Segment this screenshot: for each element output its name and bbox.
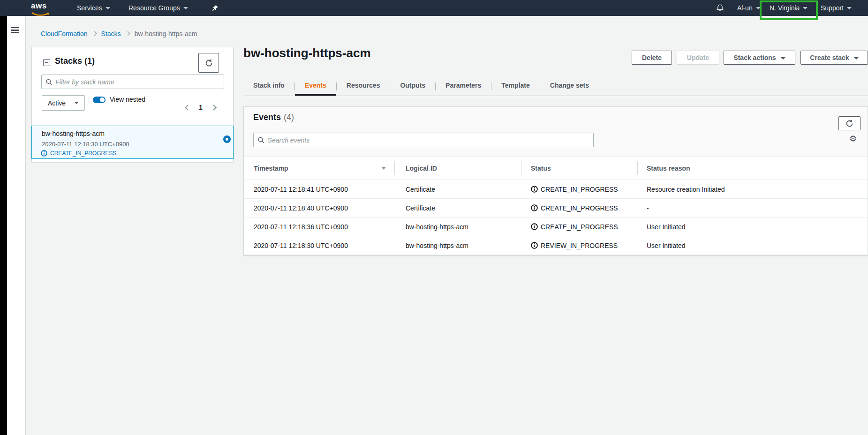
- tab-outputs[interactable]: Outputs: [390, 77, 435, 96]
- events-panel: Events(4) ⚙ Timestamp Logical ID: [243, 106, 868, 255]
- chevron-down-icon: [183, 7, 188, 9]
- search-icon: [258, 137, 264, 143]
- stacks-pagination: 1: [186, 104, 216, 111]
- pagination-previous-icon[interactable]: [185, 105, 191, 111]
- column-divider: [394, 161, 395, 175]
- left-dark-rail: [0, 16, 7, 435]
- menu-hamburger-icon[interactable]: [11, 27, 19, 33]
- refresh-icon: [845, 120, 853, 128]
- breadcrumb-cloudformation[interactable]: CloudFormation: [41, 30, 88, 38]
- account-menu[interactable]: Al-un: [737, 0, 761, 16]
- tab-label: Outputs: [400, 82, 425, 89]
- stack-status-filter-select[interactable]: Active: [42, 95, 85, 111]
- event-status-text: CREATE_IN_PROGRESS: [541, 223, 618, 231]
- update-button[interactable]: Update: [677, 51, 719, 65]
- tab-resources[interactable]: Resources: [337, 77, 390, 96]
- event-status-reason: Resource creation Initiated: [647, 186, 725, 193]
- stack-status-badge: CREATE_IN_PROGRESS: [41, 150, 116, 157]
- events-refresh-button[interactable]: [838, 116, 860, 130]
- pin-icon: [211, 4, 219, 12]
- event-timestamp: 2020-07-11 12:18:40 UTC+0900: [254, 204, 348, 212]
- chevron-right-icon: [92, 31, 97, 36]
- tab-change-sets[interactable]: Change sets: [540, 77, 599, 96]
- events-count: (4): [284, 112, 294, 122]
- delete-button[interactable]: Delete: [632, 51, 672, 65]
- info-icon: [41, 150, 47, 157]
- stack-filter-input[interactable]: [55, 78, 219, 86]
- stacks-panel-title: Stacks (1): [55, 56, 95, 66]
- notifications-bell[interactable]: [716, 0, 724, 16]
- event-status: REVIEW_IN_PROGRESS: [531, 242, 618, 249]
- cloudformation-console: aws Services Resource Groups Al: [0, 0, 868, 435]
- region-selector[interactable]: N. Virginia: [770, 0, 808, 16]
- info-icon: [531, 242, 538, 249]
- stacks-refresh-button[interactable]: [198, 53, 219, 73]
- event-status: CREATE_IN_PROGRESS: [531, 186, 618, 193]
- event-status: CREATE_IN_PROGRESS: [531, 204, 618, 212]
- stack-filter-box: [41, 75, 224, 89]
- events-title-text: Events: [253, 112, 281, 122]
- pagination-next-icon[interactable]: [211, 105, 217, 111]
- chevron-down-icon: [847, 7, 852, 9]
- column-divider: [521, 161, 521, 175]
- tab-label: Resources: [347, 82, 380, 89]
- nav-resource-groups[interactable]: Resource Groups: [128, 0, 188, 16]
- bell-icon: [716, 4, 724, 12]
- tab-events[interactable]: Events: [295, 77, 336, 96]
- tab-stack-info[interactable]: Stack info: [243, 77, 294, 96]
- pagination-current-page[interactable]: 1: [199, 104, 203, 111]
- column-header-status[interactable]: Status: [531, 165, 551, 172]
- stacks-count: (1): [84, 56, 95, 66]
- pin-shortcut[interactable]: [211, 0, 219, 16]
- chevron-right-icon: [125, 31, 130, 36]
- column-header-logical-id[interactable]: Logical ID: [406, 165, 437, 172]
- aws-logo[interactable]: aws: [31, 2, 52, 14]
- delete-button-label: Delete: [642, 54, 662, 61]
- region-name: N. Virginia: [770, 4, 800, 12]
- breadcrumb-stacks[interactable]: Stacks: [101, 30, 121, 38]
- sort-descending-icon[interactable]: [381, 167, 386, 170]
- tab-template[interactable]: Template: [491, 77, 539, 96]
- column-header-timestamp[interactable]: Timestamp: [254, 165, 288, 172]
- stack-selected-radio[interactable]: [223, 135, 231, 143]
- support-menu[interactable]: Support: [821, 0, 852, 16]
- table-row: 2020-07-11 12:18:41 UTC+0900 Certificate…: [244, 180, 868, 199]
- event-status: CREATE_IN_PROGRESS: [531, 223, 618, 231]
- event-status-reason: User Initiated: [647, 242, 685, 249]
- event-status-text: CREATE_IN_PROGRESS: [541, 204, 618, 212]
- stack-list-item[interactable]: bw-hosting-https-acm 2020-07-11 12:18:30…: [31, 126, 234, 159]
- search-icon: [46, 79, 52, 85]
- view-nested-toggle[interactable]: [93, 97, 106, 103]
- stack-actions-button[interactable]: Stack actions: [724, 51, 795, 65]
- events-title: Events(4): [253, 112, 294, 122]
- events-table-header: Timestamp Logical ID Status Status reaso…: [244, 157, 868, 180]
- nav-resource-groups-label: Resource Groups: [128, 4, 180, 12]
- stack-detail-tabs: Stack info Events Resources Outputs Para…: [243, 77, 868, 96]
- table-settings-gear-icon[interactable]: ⚙: [849, 134, 859, 143]
- update-button-label: Update: [687, 54, 709, 61]
- events-panel-header: Events(4) ⚙: [244, 107, 868, 157]
- table-row: 2020-07-11 12:18:30 UTC+0900 bw-hosting-…: [244, 236, 868, 255]
- top-navigation-bar: aws Services Resource Groups Al: [0, 0, 868, 16]
- aws-smile-icon: [31, 12, 50, 16]
- refresh-icon: [205, 59, 213, 67]
- column-header-status-reason[interactable]: Status reason: [647, 165, 690, 172]
- create-stack-button[interactable]: Create stack: [800, 51, 868, 65]
- stack-status-filter-value: Active: [48, 99, 66, 107]
- events-search-input[interactable]: [268, 136, 589, 144]
- support-label: Support: [821, 4, 844, 12]
- tab-label: Change sets: [550, 82, 589, 89]
- tab-parameters[interactable]: Parameters: [436, 77, 491, 96]
- aws-logo-text: aws: [31, 2, 52, 10]
- collapse-panel-icon[interactable]: [43, 59, 50, 66]
- page-title: bw-hosting-https-acm: [243, 46, 371, 60]
- event-logical-id: bw-hosting-https-acm: [406, 242, 468, 249]
- collapsed-side-nav: [7, 16, 26, 435]
- nav-services[interactable]: Services: [77, 0, 110, 16]
- stacks-panel: Stacks (1) Active View nested 1: [31, 47, 234, 162]
- stack-created-date: 2020-07-11 12:18:30 UTC+0900: [42, 141, 129, 148]
- chevron-down-icon: [854, 57, 859, 60]
- info-icon: [531, 204, 538, 211]
- info-icon: [531, 186, 538, 193]
- chevron-down-icon: [74, 102, 79, 104]
